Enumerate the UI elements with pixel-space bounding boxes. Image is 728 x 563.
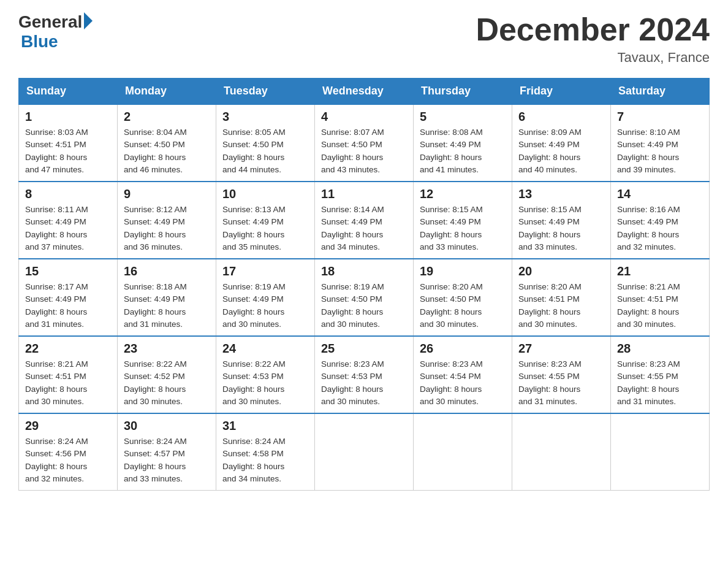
logo-general-text: General — [18, 12, 82, 32]
calendar-day-cell: 26 Sunrise: 8:23 AM Sunset: 4:54 PM Dayl… — [414, 336, 512, 413]
calendar-week-row: 15 Sunrise: 8:17 AM Sunset: 4:49 PM Dayl… — [19, 259, 710, 336]
day-info: Sunrise: 8:20 AM Sunset: 4:50 PM Dayligh… — [420, 281, 506, 331]
day-number: 19 — [420, 264, 506, 278]
calendar-day-cell — [315, 413, 414, 491]
calendar-week-row: 8 Sunrise: 8:11 AM Sunset: 4:49 PM Dayli… — [19, 182, 710, 259]
calendar-day-cell: 20 Sunrise: 8:20 AM Sunset: 4:51 PM Dayl… — [512, 259, 611, 336]
calendar-day-cell: 22 Sunrise: 8:21 AM Sunset: 4:51 PM Dayl… — [19, 336, 118, 413]
day-of-week-header: Sunday — [19, 79, 118, 105]
day-of-week-header: Thursday — [414, 79, 512, 105]
logo-text: General — [18, 12, 93, 32]
day-number: 1 — [25, 110, 111, 124]
day-of-week-header: Monday — [118, 79, 216, 105]
day-number: 31 — [222, 419, 308, 433]
day-info: Sunrise: 8:24 AM Sunset: 4:57 PM Dayligh… — [124, 435, 210, 485]
day-number: 27 — [518, 342, 604, 356]
day-info: Sunrise: 8:24 AM Sunset: 4:58 PM Dayligh… — [222, 435, 308, 485]
calendar-day-cell: 18 Sunrise: 8:19 AM Sunset: 4:50 PM Dayl… — [315, 259, 414, 336]
day-of-week-header: Tuesday — [216, 79, 315, 105]
calendar-day-cell: 4 Sunrise: 8:07 AM Sunset: 4:50 PM Dayli… — [315, 104, 414, 182]
calendar-week-row: 1 Sunrise: 8:03 AM Sunset: 4:51 PM Dayli… — [19, 104, 710, 182]
day-number: 29 — [25, 419, 111, 433]
day-info: Sunrise: 8:10 AM Sunset: 4:49 PM Dayligh… — [617, 126, 703, 176]
day-number: 4 — [321, 110, 407, 124]
calendar-day-cell: 17 Sunrise: 8:19 AM Sunset: 4:49 PM Dayl… — [216, 259, 315, 336]
day-info: Sunrise: 8:22 AM Sunset: 4:53 PM Dayligh… — [222, 358, 308, 408]
day-number: 18 — [321, 264, 407, 278]
day-number: 16 — [124, 264, 210, 278]
day-info: Sunrise: 8:22 AM Sunset: 4:52 PM Dayligh… — [124, 358, 210, 408]
calendar-week-row: 29 Sunrise: 8:24 AM Sunset: 4:56 PM Dayl… — [19, 413, 710, 491]
calendar-subtitle: Tavaux, France — [476, 50, 710, 66]
day-info: Sunrise: 8:19 AM Sunset: 4:49 PM Dayligh… — [222, 281, 308, 331]
calendar-day-cell: 25 Sunrise: 8:23 AM Sunset: 4:53 PM Dayl… — [315, 336, 414, 413]
logo: General Blue — [18, 12, 93, 52]
day-of-week-header: Wednesday — [315, 79, 414, 105]
day-number: 24 — [222, 342, 308, 356]
day-info: Sunrise: 8:23 AM Sunset: 4:55 PM Dayligh… — [518, 358, 604, 408]
calendar-day-cell: 10 Sunrise: 8:13 AM Sunset: 4:49 PM Dayl… — [216, 182, 315, 259]
day-number: 21 — [617, 264, 703, 278]
calendar-week-row: 22 Sunrise: 8:21 AM Sunset: 4:51 PM Dayl… — [19, 336, 710, 413]
calendar-day-cell: 23 Sunrise: 8:22 AM Sunset: 4:52 PM Dayl… — [118, 336, 216, 413]
calendar-day-cell: 6 Sunrise: 8:09 AM Sunset: 4:49 PM Dayli… — [512, 104, 611, 182]
day-number: 9 — [124, 187, 210, 201]
page-header: General Blue December 2024 Tavaux, Franc… — [18, 12, 710, 66]
day-info: Sunrise: 8:12 AM Sunset: 4:49 PM Dayligh… — [124, 204, 210, 253]
calendar-header-row: SundayMondayTuesdayWednesdayThursdayFrid… — [19, 79, 710, 105]
day-number: 12 — [420, 187, 506, 201]
calendar-day-cell: 5 Sunrise: 8:08 AM Sunset: 4:49 PM Dayli… — [414, 104, 512, 182]
calendar-day-cell: 21 Sunrise: 8:21 AM Sunset: 4:51 PM Dayl… — [611, 259, 710, 336]
calendar-day-cell: 11 Sunrise: 8:14 AM Sunset: 4:49 PM Dayl… — [315, 182, 414, 259]
calendar-day-cell: 28 Sunrise: 8:23 AM Sunset: 4:55 PM Dayl… — [611, 336, 710, 413]
day-number: 15 — [25, 264, 111, 278]
calendar-day-cell: 7 Sunrise: 8:10 AM Sunset: 4:49 PM Dayli… — [611, 104, 710, 182]
day-info: Sunrise: 8:24 AM Sunset: 4:56 PM Dayligh… — [25, 435, 111, 485]
day-info: Sunrise: 8:11 AM Sunset: 4:49 PM Dayligh… — [25, 204, 111, 253]
day-info: Sunrise: 8:20 AM Sunset: 4:51 PM Dayligh… — [518, 281, 604, 331]
day-info: Sunrise: 8:23 AM Sunset: 4:54 PM Dayligh… — [420, 358, 506, 408]
day-info: Sunrise: 8:14 AM Sunset: 4:49 PM Dayligh… — [321, 204, 407, 253]
day-info: Sunrise: 8:18 AM Sunset: 4:49 PM Dayligh… — [124, 281, 210, 331]
day-info: Sunrise: 8:23 AM Sunset: 4:53 PM Dayligh… — [321, 358, 407, 408]
day-info: Sunrise: 8:21 AM Sunset: 4:51 PM Dayligh… — [25, 358, 111, 408]
calendar-day-cell: 1 Sunrise: 8:03 AM Sunset: 4:51 PM Dayli… — [19, 104, 118, 182]
day-number: 30 — [124, 419, 210, 433]
day-info: Sunrise: 8:08 AM Sunset: 4:49 PM Dayligh… — [420, 126, 506, 176]
calendar-day-cell: 24 Sunrise: 8:22 AM Sunset: 4:53 PM Dayl… — [216, 336, 315, 413]
day-of-week-header: Saturday — [611, 79, 710, 105]
calendar-table: SundayMondayTuesdayWednesdayThursdayFrid… — [18, 78, 710, 491]
logo-arrow-icon — [84, 12, 93, 29]
calendar-day-cell: 12 Sunrise: 8:15 AM Sunset: 4:49 PM Dayl… — [414, 182, 512, 259]
day-number: 7 — [617, 110, 703, 124]
calendar-day-cell: 16 Sunrise: 8:18 AM Sunset: 4:49 PM Dayl… — [118, 259, 216, 336]
day-info: Sunrise: 8:13 AM Sunset: 4:49 PM Dayligh… — [222, 204, 308, 253]
calendar-day-cell: 30 Sunrise: 8:24 AM Sunset: 4:57 PM Dayl… — [118, 413, 216, 491]
calendar-day-cell — [512, 413, 611, 491]
calendar-day-cell — [414, 413, 512, 491]
calendar-day-cell: 31 Sunrise: 8:24 AM Sunset: 4:58 PM Dayl… — [216, 413, 315, 491]
calendar-day-cell: 3 Sunrise: 8:05 AM Sunset: 4:50 PM Dayli… — [216, 104, 315, 182]
calendar-day-cell: 29 Sunrise: 8:24 AM Sunset: 4:56 PM Dayl… — [19, 413, 118, 491]
day-info: Sunrise: 8:15 AM Sunset: 4:49 PM Dayligh… — [518, 204, 604, 253]
logo-blue-text: Blue — [21, 32, 58, 52]
day-info: Sunrise: 8:23 AM Sunset: 4:55 PM Dayligh… — [617, 358, 703, 408]
day-number: 22 — [25, 342, 111, 356]
day-info: Sunrise: 8:09 AM Sunset: 4:49 PM Dayligh… — [518, 126, 604, 176]
day-number: 17 — [222, 264, 308, 278]
day-number: 13 — [518, 187, 604, 201]
day-of-week-header: Friday — [512, 79, 611, 105]
day-info: Sunrise: 8:16 AM Sunset: 4:49 PM Dayligh… — [617, 204, 703, 253]
calendar-day-cell: 27 Sunrise: 8:23 AM Sunset: 4:55 PM Dayl… — [512, 336, 611, 413]
day-number: 6 — [518, 110, 604, 124]
calendar-title: December 2024 — [476, 12, 710, 47]
day-number: 23 — [124, 342, 210, 356]
day-info: Sunrise: 8:07 AM Sunset: 4:50 PM Dayligh… — [321, 126, 407, 176]
calendar-day-cell: 19 Sunrise: 8:20 AM Sunset: 4:50 PM Dayl… — [414, 259, 512, 336]
day-info: Sunrise: 8:21 AM Sunset: 4:51 PM Dayligh… — [617, 281, 703, 331]
day-number: 11 — [321, 187, 407, 201]
calendar-day-cell: 8 Sunrise: 8:11 AM Sunset: 4:49 PM Dayli… — [19, 182, 118, 259]
calendar-day-cell: 13 Sunrise: 8:15 AM Sunset: 4:49 PM Dayl… — [512, 182, 611, 259]
calendar-day-cell: 15 Sunrise: 8:17 AM Sunset: 4:49 PM Dayl… — [19, 259, 118, 336]
day-number: 3 — [222, 110, 308, 124]
